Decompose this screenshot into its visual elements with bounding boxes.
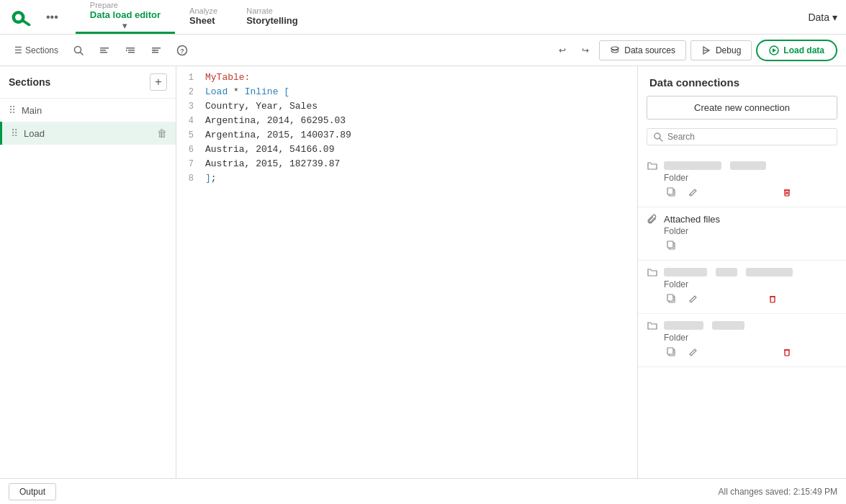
indent-icon bbox=[125, 45, 136, 56]
drag-icon-load: ⠿ bbox=[11, 127, 18, 139]
search-connections-input[interactable] bbox=[667, 132, 831, 142]
svg-rect-14 bbox=[152, 52, 158, 53]
prepare-label: Prepare bbox=[90, 1, 161, 9]
connection-actions-3 bbox=[664, 292, 837, 307]
editor-area: 1 MyTable: 2 Load * Inline [ 3 Country, … bbox=[176, 66, 637, 478]
connection-edit-button-4[interactable] bbox=[685, 346, 701, 361]
copy-icon-attached bbox=[667, 240, 677, 251]
delete-icon-3 bbox=[768, 294, 778, 304]
load-data-button[interactable]: Load data bbox=[756, 40, 837, 61]
svg-rect-27 bbox=[667, 188, 673, 194]
folder-icon-4 bbox=[647, 320, 658, 331]
connection-item-4: Folder bbox=[638, 314, 846, 367]
svg-line-2 bbox=[23, 20, 30, 24]
create-connection-button[interactable]: Create new connection bbox=[647, 96, 837, 120]
outdent-button[interactable] bbox=[145, 40, 168, 60]
connection-item-1: Folder bbox=[638, 154, 846, 207]
connection-copy-button-3[interactable] bbox=[664, 292, 680, 307]
code-line-2: 2 Load * Inline [ bbox=[176, 86, 637, 101]
connection-name-4a bbox=[664, 321, 703, 330]
output-button[interactable]: Output bbox=[9, 483, 56, 500]
data-button[interactable]: Data ▾ bbox=[808, 12, 837, 23]
svg-rect-9 bbox=[128, 50, 135, 51]
connection-actions-4 bbox=[664, 346, 837, 361]
copy-icon-4 bbox=[667, 347, 677, 357]
paperclip-icon bbox=[647, 213, 658, 225]
tab-prepare[interactable]: Prepare Data load editor ▾ bbox=[76, 0, 175, 34]
redo-button[interactable]: ↪ bbox=[576, 41, 595, 60]
connection-type-3: Folder bbox=[664, 279, 837, 289]
connection-delete-button-3[interactable] bbox=[765, 292, 780, 307]
toolbar-right: ↩ ↪ Data sources Debug bbox=[553, 40, 837, 61]
data-connections-title: Data connections bbox=[638, 66, 846, 96]
code-line-7: 7 Austria, 2015, 182739.87 bbox=[176, 158, 637, 173]
connection-name-1 bbox=[664, 161, 721, 170]
more-menu-button[interactable]: ••• bbox=[40, 8, 64, 27]
code-line-4: 4 Argentina, 2014, 66295.03 bbox=[176, 115, 637, 130]
copy-icon-1 bbox=[667, 187, 677, 197]
sidebar-item-load[interactable]: ⠿ Load 🗑 bbox=[0, 122, 176, 145]
connection-item-3: Folder bbox=[638, 261, 846, 314]
narrate-sub: Storytelling bbox=[246, 15, 298, 26]
svg-rect-8 bbox=[126, 48, 135, 49]
search-button[interactable] bbox=[67, 40, 90, 60]
delete-section-button[interactable]: 🗑 bbox=[157, 127, 167, 139]
connection-edit-button-3[interactable] bbox=[685, 292, 701, 307]
attached-files-label: Attached files bbox=[664, 214, 720, 225]
copy-icon-3 bbox=[667, 294, 677, 304]
drag-icon-main: ⠿ bbox=[9, 104, 16, 116]
debug-button[interactable]: Debug bbox=[690, 40, 752, 60]
connection-copy-button-1[interactable] bbox=[664, 186, 680, 201]
connection-name-4b bbox=[712, 321, 744, 330]
connection-name-1b bbox=[730, 161, 766, 170]
prepare-sub: Data load editor bbox=[90, 9, 161, 20]
svg-marker-23 bbox=[773, 48, 776, 53]
add-section-button[interactable]: + bbox=[150, 73, 167, 91]
code-editor[interactable]: 1 MyTable: 2 Load * Inline [ 3 Country, … bbox=[176, 66, 637, 478]
connection-edit-button-1[interactable] bbox=[685, 186, 701, 201]
sidebar-items: ⠿ Main ⠿ Load 🗑 bbox=[0, 99, 176, 478]
edit-icon-4 bbox=[688, 347, 698, 357]
search-connections-icon bbox=[653, 132, 663, 142]
search-box bbox=[647, 128, 837, 145]
nav-tabs: Prepare Data load editor ▾ Analyze Sheet… bbox=[76, 0, 312, 34]
prepare-dropdown[interactable]: ▾ bbox=[90, 20, 161, 31]
svg-rect-38 bbox=[667, 348, 673, 354]
svg-marker-11 bbox=[126, 49, 127, 51]
code-line-1: 1 MyTable: bbox=[176, 72, 637, 86]
code-line-8: 8 ]; bbox=[176, 173, 637, 187]
svg-rect-12 bbox=[152, 48, 161, 49]
delete-icon-4 bbox=[782, 347, 792, 357]
code-line-6: 6 Austria, 2014, 54166.09 bbox=[176, 144, 637, 158]
svg-rect-33 bbox=[667, 241, 673, 248]
svg-line-4 bbox=[81, 52, 84, 55]
analyze-sub: Sheet bbox=[189, 15, 217, 26]
data-sources-button[interactable]: Data sources bbox=[599, 40, 686, 60]
format-button[interactable] bbox=[93, 40, 116, 60]
tab-analyze[interactable]: Analyze Sheet bbox=[175, 0, 232, 34]
qlik-logo bbox=[9, 9, 35, 26]
indent-button[interactable] bbox=[119, 40, 142, 60]
sidebar-item-main[interactable]: ⠿ Main bbox=[0, 99, 176, 122]
data-sources-icon bbox=[610, 45, 620, 55]
undo-button[interactable]: ↩ bbox=[553, 41, 572, 60]
sidebar: Sections + ⠿ Main ⠿ Load 🗑 bbox=[0, 66, 176, 478]
connection-name-3c bbox=[746, 268, 793, 276]
connection-actions-1 bbox=[664, 186, 837, 201]
tab-narrate[interactable]: Narrate Storytelling bbox=[232, 0, 312, 34]
status-bar: Output All changes saved: 2:15:49 PM bbox=[0, 478, 846, 504]
connection-copy-button-4[interactable] bbox=[664, 346, 680, 361]
sections-toggle-button[interactable]: ☰ Sections bbox=[9, 41, 64, 60]
svg-line-25 bbox=[660, 138, 662, 141]
attached-files-actions bbox=[664, 239, 837, 254]
help-button[interactable]: ? bbox=[171, 40, 194, 60]
code-line-3: 3 Country, Year, Sales bbox=[176, 101, 637, 115]
sidebar-title: Sections bbox=[9, 76, 50, 88]
svg-rect-39 bbox=[785, 350, 789, 356]
connection-delete-button-1[interactable] bbox=[779, 186, 795, 201]
toolbar: ☰ Sections ? bbox=[0, 35, 846, 66]
connection-delete-button-4[interactable] bbox=[779, 346, 795, 361]
connection-name-3a bbox=[664, 268, 707, 276]
debug-icon bbox=[701, 45, 711, 55]
attached-copy-button[interactable] bbox=[664, 239, 680, 254]
